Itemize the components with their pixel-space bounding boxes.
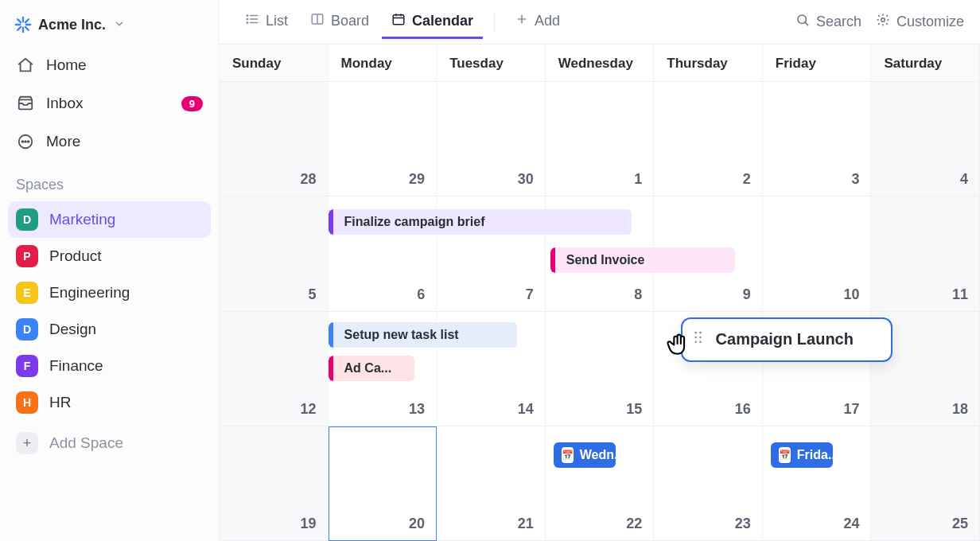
svg-point-17 (247, 21, 248, 23)
view-toolbar: List Board Calendar Add (220, 0, 980, 45)
space-item-hr[interactable]: H HR (8, 384, 211, 421)
event-color-bar (329, 322, 333, 348)
event-color-bar (329, 356, 333, 381)
sidebar: Acme Inc. Home Inbox 9 More Spaces D (0, 0, 220, 541)
nav-home-label: Home (46, 56, 87, 74)
svg-point-11 (25, 141, 26, 142)
space-label: HR (49, 394, 71, 411)
main: List Board Calendar Add (220, 0, 980, 541)
space-avatar: H (16, 391, 38, 414)
inbox-badge: 9 (181, 96, 203, 111)
calendar-icon (391, 12, 406, 30)
add-view-button[interactable]: Add (506, 6, 570, 38)
calendar-header: SundayMondayTuesdayWednesdayThursdayFrid… (220, 45, 980, 82)
svg-point-34 (694, 341, 697, 344)
space-label: Design (49, 321, 96, 338)
board-icon (310, 12, 325, 30)
calendar-event[interactable]: Finalize campaign brief (329, 209, 632, 235)
view-tab-board-label: Board (331, 13, 369, 29)
nav-more[interactable]: More (8, 124, 211, 159)
space-label: Finance (49, 357, 103, 375)
svg-point-31 (699, 332, 702, 334)
day-header-friday: Friday (763, 45, 872, 81)
svg-point-33 (699, 337, 702, 339)
svg-line-4 (18, 19, 21, 22)
day-header-wednesday: Wednesday (546, 45, 655, 81)
drag-handle-icon (692, 329, 705, 349)
dragging-event-label: Campaign Launch (716, 330, 854, 348)
event-label: Wedn... (580, 448, 616, 462)
space-avatar: D (16, 318, 38, 341)
calendar-overlay: Finalize campaign briefSend InvoiceSetup… (220, 82, 980, 541)
plus-icon: + (16, 432, 38, 454)
view-tab-board[interactable]: Board (301, 6, 379, 39)
day-header-monday: Monday (329, 45, 438, 81)
svg-point-29 (881, 18, 885, 22)
view-tab-list[interactable]: List (235, 6, 298, 39)
svg-rect-21 (393, 14, 404, 24)
svg-line-5 (25, 27, 29, 30)
space-item-marketing[interactable]: D Marketing (8, 201, 211, 238)
event-label: Ad Ca... (344, 361, 392, 376)
svg-point-30 (694, 332, 697, 334)
more-icon (16, 132, 35, 151)
workspace-name: Acme Inc. (38, 17, 106, 33)
space-item-product[interactable]: P Product (8, 238, 211, 274)
list-icon (245, 12, 259, 30)
grab-cursor-icon (665, 330, 692, 357)
home-icon (16, 56, 35, 75)
calendar-body: 2829301234567891011121314151617181920212… (220, 82, 980, 541)
svg-point-32 (694, 337, 697, 339)
nav-more-label: More (46, 133, 80, 150)
event-color-bar (550, 247, 555, 273)
nav-inbox-label: Inbox (46, 95, 83, 112)
event-color-bar (329, 209, 333, 235)
add-view-label: Add (535, 13, 560, 29)
customize-button[interactable]: Customize (876, 13, 964, 31)
space-avatar: P (16, 245, 38, 267)
gear-icon (876, 13, 890, 31)
gcal-icon: 📅 (779, 447, 791, 463)
svg-point-15 (247, 18, 248, 20)
calendar: SundayMondayTuesdayWednesdayThursdayFrid… (220, 45, 980, 541)
nav-home[interactable]: Home (8, 48, 211, 83)
inbox-icon (16, 94, 35, 113)
add-space-label: Add Space (49, 434, 123, 452)
space-label: Engineering (49, 284, 130, 302)
search-button[interactable]: Search (795, 13, 861, 31)
calendar-event[interactable]: 📅Frida... (771, 442, 833, 468)
space-avatar: E (16, 282, 38, 304)
space-avatar: F (16, 355, 38, 377)
space-item-design[interactable]: D Design (8, 311, 211, 348)
calendar-event[interactable]: Setup new task list (329, 322, 518, 348)
svg-line-28 (805, 22, 807, 25)
event-label: Send Invoice (566, 253, 645, 267)
chevron-down-icon (114, 18, 125, 32)
event-label: Finalize campaign brief (344, 215, 485, 229)
day-header-sunday: Sunday (220, 45, 329, 81)
event-label: Frida... (797, 448, 833, 462)
space-item-engineering[interactable]: E Engineering (8, 274, 211, 311)
space-avatar: D (16, 208, 38, 231)
nav-inbox[interactable]: Inbox 9 (8, 86, 211, 121)
spaces-section-title: Spaces (8, 162, 211, 198)
svg-point-10 (21, 141, 23, 142)
workspace-switcher[interactable]: Acme Inc. (8, 11, 211, 45)
svg-line-7 (25, 19, 29, 22)
space-item-finance[interactable]: F Finance (8, 348, 211, 384)
space-label: Product (49, 247, 101, 265)
view-tab-calendar[interactable]: Calendar (382, 6, 483, 39)
calendar-event[interactable]: Send Invoice (550, 247, 735, 273)
calendar-event[interactable]: 📅Wedn... (554, 442, 616, 468)
event-label: Setup new task list (344, 328, 459, 342)
svg-point-12 (28, 141, 29, 142)
add-space-button[interactable]: + Add Space (8, 424, 211, 462)
calendar-event[interactable]: Ad Ca... (329, 356, 414, 381)
svg-point-35 (699, 341, 702, 344)
plus-icon (515, 13, 528, 29)
gcal-icon: 📅 (562, 447, 574, 463)
day-header-tuesday: Tuesday (437, 45, 546, 81)
svg-line-6 (18, 27, 21, 30)
dragging-event-card[interactable]: Campaign Launch (681, 317, 892, 362)
search-label: Search (816, 14, 861, 30)
